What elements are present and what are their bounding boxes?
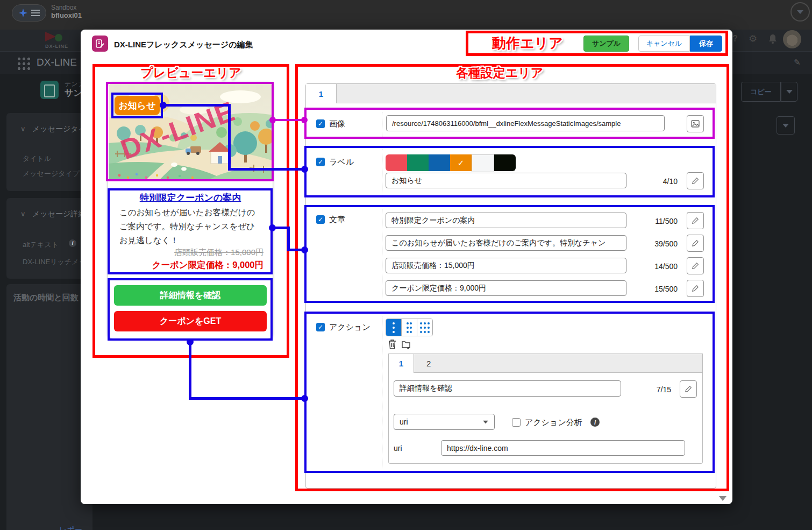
action-type-select[interactable]: uri [394,414,495,430]
text-field-4[interactable] [386,280,626,296]
connector-dot [301,246,308,253]
activity-card: 活動の時間と回数 レポー [6,284,92,530]
action-label-input[interactable] [394,380,621,397]
connector-badge-v [228,104,231,171]
color-swatch-green[interactable] [407,154,429,171]
text-field-2[interactable] [386,235,626,251]
text-edit-pencil-button-2[interactable] [687,235,704,252]
chevron-down-icon: ∨ [20,125,26,133]
chevron-down-icon: ∨ [20,210,26,218]
separator [382,149,382,195]
preview-message-title: 特別限定クーポンの案内 [108,192,273,204]
action-layout-selector [386,319,433,336]
color-swatch-white[interactable] [472,154,494,172]
preview-coupon-button: クーポンをGET [114,311,267,331]
annotation-preview-area-label: プレビューエリア [140,65,241,81]
text-counter-2: 39/500 [644,239,678,248]
sparkle-icon [18,8,28,18]
text-counter-4: 15/500 [644,285,678,293]
action-tab-2[interactable]: 2 [426,354,431,373]
text-field-1[interactable] [386,213,626,228]
image-row-label: 画像 [329,119,345,129]
header-dropdown-button [777,116,795,135]
connector-dot [301,117,308,123]
preview-body-line2: ご案内です。特別なチャンスをぜひ [119,221,255,232]
duplicate-action-icon[interactable] [401,339,411,352]
preview-detail-button: 詳細情報を確認 [114,285,267,306]
connector-dot [160,102,167,109]
cancel-button[interactable]: キャンセル [638,36,690,52]
delete-action-trash-icon[interactable] [388,339,397,352]
modal-title: DX-LINEフレックスメッセージの編集 [114,40,253,50]
label-checkbox[interactable] [316,158,325,166]
image-checkbox[interactable] [316,119,325,128]
image-picker-button[interactable] [687,115,704,132]
sample-button[interactable]: サンプル [583,36,629,52]
gear-icon: ⚙ [749,33,757,45]
connector-badge-h1 [163,104,231,107]
template-object-icon [40,81,59,99]
layout-1col-button[interactable] [386,319,402,336]
action-row-label: アクション [329,322,371,333]
label-counter: 4/10 [644,177,678,186]
message-type-card: ∨ メッセージタイ タイトル メッセージタイプ [6,113,92,191]
connector-dot [301,166,308,173]
sandbox-label: Sandbox [51,4,76,11]
chevron-down-icon [483,420,488,423]
action-checkbox[interactable] [316,323,325,331]
preview-body-line1: このお知らせが届いたお客様だけの [119,207,255,218]
scroll-down-indicator [719,496,726,501]
field-label-message-type: メッセージタイプ [23,169,80,179]
color-swatch-blue[interactable] [429,154,450,171]
preview-old-price: 店頭販売価格：15,000円 [134,248,263,258]
info-icon: i [69,239,76,247]
section-title: メッセージ詳細 [32,209,86,219]
action-type-value: uri [400,418,408,426]
annotation-action-area-label: 動作エリア [492,34,563,53]
action-edit-pencil-button[interactable] [680,380,697,398]
text-checkbox[interactable] [316,215,325,224]
uri-input[interactable] [441,440,685,456]
section-title: 活動の時間と回数 [13,293,79,303]
copy-button: コピー [741,82,781,102]
help-icon: ? [732,34,738,44]
connector-buttons-h [189,397,305,400]
action-analysis-label: アクション分析 [525,418,582,428]
action-tabstrip [388,354,703,373]
separator [382,112,382,137]
layout-3col-button[interactable] [417,319,432,336]
connector-badge-h2 [228,168,305,171]
connector-text-v [287,227,290,251]
field-label-title: タイトル [23,154,51,164]
action-tab-1[interactable]: 1 [389,354,414,373]
connector-dot [269,224,276,231]
text-edit-pencil-button-4[interactable] [687,280,704,297]
text-edit-pencil-button-1[interactable] [687,212,704,229]
bubble-tab-1[interactable]: 1 [306,84,337,103]
info-icon[interactable]: i [590,418,600,427]
text-edit-pencil-button-3[interactable] [687,257,704,274]
save-button[interactable]: 保存 [690,36,722,52]
layout-2col-button[interactable] [402,319,417,336]
browser-profile-button [790,2,810,22]
report-link: レポー [59,525,82,530]
message-detail-card: ∨ メッセージ詳細 altテキスト i DX-LINEリッチメッ [6,198,92,279]
field-label-rich: DX-LINEリッチメッ [23,257,86,267]
hamburger-icon [31,12,40,13]
action-analysis-checkbox[interactable] [512,418,521,427]
color-swatch-black[interactable] [494,154,516,171]
screen: Sandbox bfluoxi01 DX-LINE ? ⚙ DX-LINE ✎ … [0,0,812,530]
color-swatch-red[interactable] [386,154,407,171]
label-color-swatches [386,154,516,172]
label-text-input[interactable] [386,173,626,188]
label-row-label: ラベル [329,157,354,167]
connector-dot [301,395,308,402]
image-path-input[interactable] [386,115,665,131]
section-title: メッセージタイ [32,124,86,134]
label-edit-pencil-button[interactable] [687,172,704,189]
dx-line-logo: DX-LINE [45,32,68,49]
color-swatch-orange-selected[interactable] [450,154,472,171]
connector-buttons-v [189,342,191,400]
text-field-3[interactable] [386,258,626,273]
annotation-settings-area-label: 各種設定エリア [456,65,544,81]
